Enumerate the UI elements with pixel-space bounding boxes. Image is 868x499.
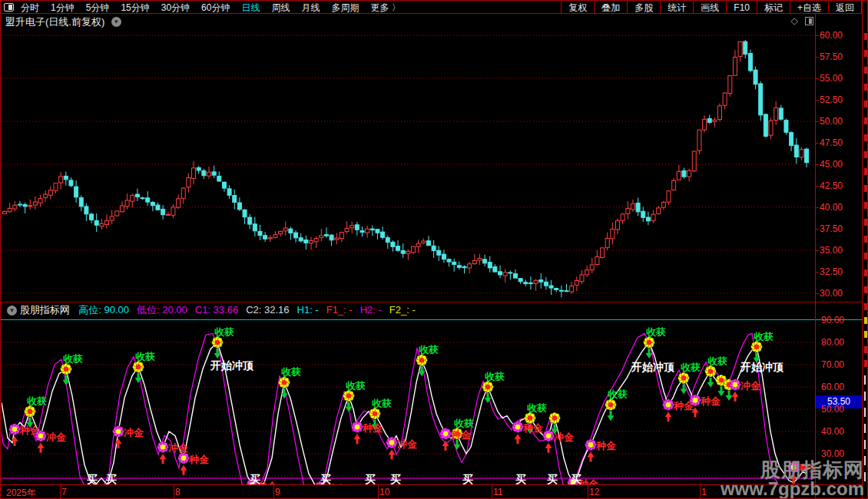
diamond-icon[interactable]: ◇	[790, 15, 797, 26]
main-axis-label: 45.00	[820, 159, 860, 170]
month-label: 7	[61, 487, 67, 497]
buy-label: 买	[106, 473, 117, 484]
indicator-field-0: 高位: 90.00	[78, 304, 129, 316]
toolbar-button-7[interactable]: +自选	[790, 2, 828, 14]
gold-label: 冲金	[740, 380, 761, 392]
harvest-label: 收获	[707, 355, 727, 367]
toolbar-button-3[interactable]: 统计	[660, 2, 693, 14]
month-label: 1	[701, 487, 707, 497]
down-arrow-icon	[454, 440, 461, 450]
top-run-annotation: 开始冲顶	[631, 361, 674, 373]
tab-period-5[interactable]: 60分钟	[201, 2, 230, 14]
panel-icon[interactable]	[805, 17, 813, 25]
main-candlestick-chart[interactable]	[2, 30, 815, 302]
flower-marker	[585, 439, 597, 451]
clipped-glyph-fragment	[864, 317, 867, 324]
clipped-glyph-fragment	[864, 253, 867, 259]
up-arrow-icon	[354, 434, 361, 444]
indicator-axis-label: 60.00	[821, 382, 861, 392]
flower-marker	[369, 408, 381, 419]
flower-marker	[482, 382, 494, 393]
flower-marker	[730, 379, 741, 391]
clipped-glyph-fragment	[864, 375, 866, 385]
trading-app-window: 分时1分钟5分钟15分钟30分钟60分钟日线周线月线多周期更多 〉 复权叠加多股…	[0, 0, 868, 499]
chevron-down-icon[interactable]: ▾	[111, 17, 121, 27]
toolbar-button-8[interactable]: 返回	[828, 2, 861, 14]
down-arrow-icon	[608, 411, 615, 421]
harvest-label: 收获	[646, 326, 666, 338]
action-buttons: 复权叠加多股统计画线F10标记+自选返回	[561, 1, 862, 13]
gold-label: 冲金	[124, 427, 144, 438]
main-axis-label: 37.50	[820, 223, 860, 234]
tab-period-1[interactable]: 1分钟	[51, 2, 75, 14]
up-arrow-icon	[38, 443, 45, 453]
buy-label: 买	[515, 473, 526, 484]
month-label: 8	[175, 487, 181, 497]
indicator-axis-label: 50.00	[821, 404, 861, 415]
flower-marker	[751, 341, 763, 352]
flower-marker	[386, 437, 398, 448]
harvest-label: 收获	[63, 353, 83, 365]
flower-marker	[678, 372, 690, 384]
harvest-label: 收获	[419, 344, 439, 355]
clipped-glyph-fragment	[864, 202, 867, 209]
buy-label: 买	[462, 473, 473, 484]
gold-label: 冲金	[46, 431, 67, 443]
tab-period-10[interactable]: 更多 〉	[370, 2, 400, 14]
toolbar-button-0[interactable]: 复权	[561, 2, 594, 14]
axis-tick	[815, 207, 819, 208]
harvest-label: 收获	[281, 366, 301, 378]
toolbar-button-1[interactable]: 叠加	[594, 2, 627, 14]
tab-period-4[interactable]: 30分钟	[161, 2, 190, 14]
flower-marker	[440, 428, 452, 440]
chart-title-bar: 盟升电子(日线.前复权) ▾	[1, 14, 815, 28]
toolbar-button-4[interactable]: 画线	[693, 2, 726, 14]
tab-period-9[interactable]: 多周期	[331, 2, 359, 14]
toolbar-button-6[interactable]: 标记	[757, 2, 790, 14]
indicator-axis-label: 40.00	[821, 426, 861, 437]
clipped-glyph-fragment	[864, 440, 866, 449]
main-axis-label: 32.50	[820, 266, 860, 277]
tab-period-8[interactable]: 月线	[301, 2, 320, 14]
clipped-glyph-fragment	[864, 33, 867, 40]
tab-period-3[interactable]: 15分钟	[121, 2, 149, 14]
clipped-glyph-fragment	[864, 286, 867, 293]
flower-marker	[352, 421, 363, 433]
up-arrow-icon	[160, 454, 167, 464]
indicator-chevron-icon[interactable]: ▾	[7, 306, 17, 316]
clipped-glyph-fragment	[864, 269, 867, 276]
tab-period-6[interactable]: 日线	[241, 2, 260, 14]
harvest-label: 收获	[681, 362, 701, 373]
buy-label: 买	[320, 473, 331, 484]
down-arrow-icon	[718, 386, 725, 396]
harvest-label: 收获	[135, 351, 155, 362]
clipped-glyph-fragment	[864, 134, 867, 141]
main-axis-label: 30.00	[820, 288, 860, 299]
tab-period-2[interactable]: 5分钟	[86, 2, 110, 14]
date-axis[interactable]: 2025年 7891011121	[1, 484, 863, 499]
axis-tick	[815, 186, 819, 187]
harvest-label: 收获	[27, 395, 47, 407]
gold-label: 种金	[798, 462, 815, 474]
month-separator	[378, 485, 379, 499]
flower-marker	[61, 363, 72, 375]
indicator-panel-chart[interactable]: 收获收获收获收获收获收获收获收获收获收获收获收获收获收获收获收获种金冲金冲金冲金…	[2, 321, 815, 484]
candles-group	[3, 40, 809, 297]
tab-period-0[interactable]: 分时	[21, 2, 39, 14]
gold-label: 种金	[450, 429, 472, 441]
axis-tick	[815, 272, 819, 273]
gold-label: 种金	[595, 440, 617, 451]
toolbar-button-2[interactable]: 多股	[627, 2, 660, 14]
clipped-glyph-fragment	[864, 84, 867, 91]
layout-toggle-icon[interactable]	[4, 3, 14, 12]
tab-period-7[interactable]: 周线	[271, 2, 290, 14]
main-axis-label: 60.00	[820, 30, 860, 41]
up-arrow-icon	[545, 443, 552, 453]
toolbar-button-5[interactable]: F10	[726, 2, 757, 14]
flower-marker	[690, 395, 701, 406]
month-label: 10	[379, 487, 389, 497]
clipped-glyph-fragment	[864, 346, 867, 353]
indicator-header: ▾ 股朋指标网 高位: 90.00低位: 20.00C1: 33.66C2: 3…	[4, 303, 423, 317]
main-axis-label: 40.00	[820, 202, 860, 213]
indicator-axis-label: 80.00	[821, 337, 861, 348]
